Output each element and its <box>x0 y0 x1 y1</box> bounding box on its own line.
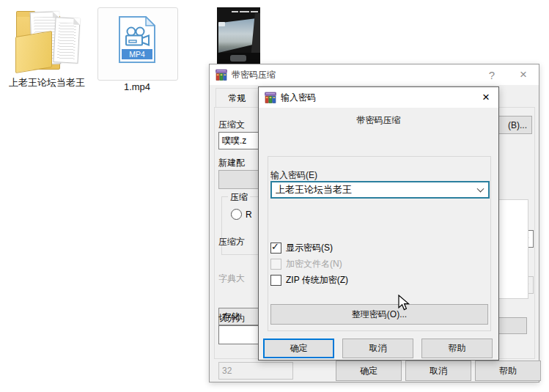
checkbox-icon <box>270 259 281 270</box>
password-dialog-heading: 带密码压缩 <box>259 114 498 127</box>
compress-dialog-title: 带密码压缩 <box>232 69 276 81</box>
password-dialog-title: 输入密码 <box>281 92 316 104</box>
password-input-label: 输入密码(E) <box>270 169 317 182</box>
profile-label: 新建配 <box>218 157 245 169</box>
compression-group-label: 压缩 <box>228 191 250 204</box>
folder-front-shape <box>15 31 52 73</box>
help-button-main[interactable]: 帮助 <box>475 360 541 381</box>
radio-label: R <box>246 210 252 220</box>
checkbox-label: 加密文件名(N) <box>286 258 342 270</box>
cancel-button-main[interactable]: 取消 <box>405 360 471 381</box>
help-titlebar-button[interactable]: ? <box>484 64 500 85</box>
dictionary-size-label: 字典大 <box>218 273 245 285</box>
checkbox-show-password[interactable]: 显示密码(S) <box>270 242 333 254</box>
cancel-button[interactable]: 取消 <box>342 339 413 358</box>
checkbox-label: 显示密码(S) <box>286 242 333 254</box>
checkbox-icon <box>270 243 281 254</box>
winrar-icon <box>215 69 227 81</box>
format-radio-option[interactable]: R <box>231 209 252 220</box>
mp4-file-label: 1.mp4 <box>97 81 177 93</box>
video-file-icon: MP4 <box>119 16 155 63</box>
checkbox-icon <box>270 275 281 286</box>
dictionary-size-select[interactable]: 32 <box>218 362 293 380</box>
mp4-badge: MP4 <box>129 50 145 59</box>
password-value: 上老王论坛当老王 <box>276 183 352 196</box>
mouse-cursor-icon <box>398 295 411 312</box>
side-mirror-shape <box>218 22 225 26</box>
password-dialog-titlebar[interactable]: 输入密码 × <box>259 87 498 108</box>
compress-dialog-titlebar[interactable]: 带密码压缩 ? × <box>210 64 539 85</box>
password-dialog: 输入密码 × 带密码压缩 输入密码(E) 上老王论坛当老王 显示密码(S) 加密… <box>258 86 499 360</box>
checkbox-zip-legacy-encryption[interactable]: ZIP 传统加密(Z) <box>270 274 348 286</box>
dictionary-value: 32 <box>222 366 232 376</box>
radio-icon <box>231 209 242 220</box>
mp4-file-icon[interactable]: MP4 <box>97 7 178 81</box>
tab-general[interactable]: 常规 <box>215 88 259 108</box>
archive-name-label: 压缩文 <box>218 119 245 131</box>
car-dashboard-shape <box>217 53 260 64</box>
checkbox-label: ZIP 传统加密(Z) <box>286 274 348 286</box>
compression-method-label: 压缩方 <box>218 236 245 248</box>
thumbnail-timestamp-overlay <box>232 11 258 12</box>
split-volume-label: 切分为 <box>218 312 245 325</box>
desktop: 上老王论坛当老王 MP4 1.mp4 <box>0 0 549 392</box>
password-input[interactable]: 上老王论坛当老王 <box>270 181 490 199</box>
close-icon[interactable]: × <box>476 87 496 108</box>
checkbox-encrypt-filenames[interactable]: 加密文件名(N) <box>270 258 342 270</box>
video-thumbnail[interactable] <box>217 7 260 64</box>
chevron-down-icon <box>477 185 484 193</box>
folder-icon[interactable] <box>16 9 84 75</box>
help-button[interactable]: 帮助 <box>421 339 493 358</box>
ok-button[interactable]: 确定 <box>263 339 334 358</box>
document-page-icon <box>53 17 80 64</box>
folder-label: 上老王论坛当老王 <box>6 76 88 89</box>
winrar-icon <box>265 92 276 103</box>
organize-passwords-button[interactable]: 整理密码(O)... <box>270 304 488 325</box>
close-icon[interactable]: × <box>513 64 534 85</box>
ok-button-main[interactable]: 确定 <box>336 360 402 381</box>
